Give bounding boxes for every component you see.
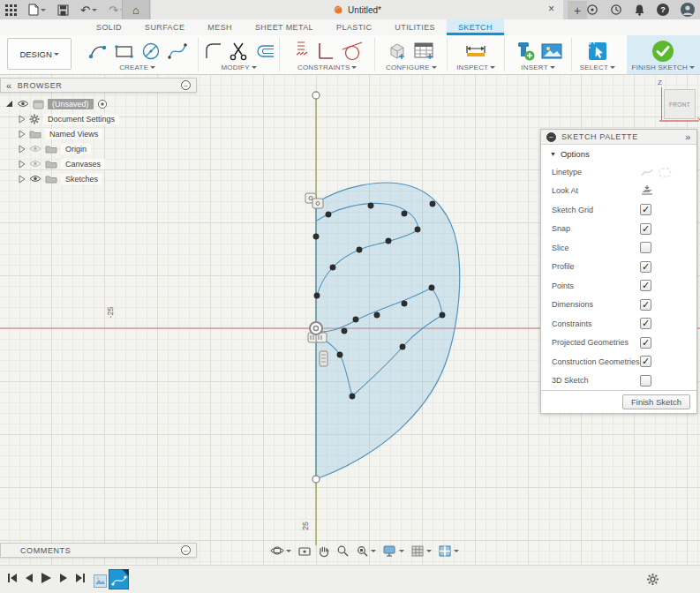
sketch-point[interactable]	[350, 394, 355, 399]
close-document-icon[interactable]: ×	[548, 3, 554, 15]
offset-tool-icon[interactable]	[252, 41, 275, 62]
look-at-icon[interactable]	[640, 184, 654, 197]
inspect-menu[interactable]: INSPECT	[456, 64, 495, 72]
rectangle-tool-icon[interactable]	[113, 40, 136, 63]
linetype-spline-icon[interactable]	[640, 166, 654, 178]
select-tool-icon[interactable]	[586, 40, 609, 63]
sketch-point[interactable]	[314, 293, 320, 298]
sketch-point[interactable]	[312, 476, 320, 483]
tree-item-origin[interactable]: Origin	[5, 141, 197, 156]
sketch-point[interactable]	[326, 212, 331, 217]
palette-menu-icon[interactable]: –	[546, 132, 556, 142]
slice-checkbox[interactable]	[640, 242, 651, 253]
orbit-icon[interactable]	[270, 544, 291, 558]
eye-icon[interactable]	[17, 100, 29, 108]
origin-marker[interactable]	[310, 322, 322, 334]
tab-sheetmetal[interactable]: SHEET METAL	[244, 19, 325, 35]
line-tool-icon[interactable]	[87, 40, 109, 63]
user-avatar[interactable]	[681, 3, 695, 17]
app-grid-icon[interactable]	[4, 0, 19, 19]
sketch-point[interactable]	[313, 234, 319, 239]
disclosure-icon[interactable]	[18, 115, 26, 124]
sketch-point[interactable]	[402, 211, 407, 216]
timeline-go-start-icon[interactable]	[7, 573, 18, 583]
viewcube-front-face[interactable]: FRONT	[664, 89, 696, 119]
sketch-point[interactable]	[374, 312, 380, 318]
help-icon[interactable]: ?	[657, 4, 669, 16]
tab-utilities[interactable]: UTILITIES	[383, 19, 447, 35]
insert-menu[interactable]: INSERT	[521, 64, 554, 72]
dimensions-checkbox[interactable]: ✓	[640, 299, 651, 311]
sketch-point[interactable]	[337, 352, 342, 357]
insert-image-icon[interactable]	[540, 41, 563, 61]
tab-sketch[interactable]: SKETCH	[447, 19, 504, 35]
tree-item-label[interactable]: Named Views	[45, 129, 102, 139]
disclosure-icon[interactable]	[18, 145, 26, 154]
measure-tool-icon[interactable]	[463, 41, 488, 62]
expand-icon[interactable]	[5, 100, 13, 108]
sketch-point[interactable]	[312, 92, 320, 99]
sketch-point[interactable]	[429, 285, 434, 290]
tree-item-label[interactable]: Sketches	[61, 174, 102, 184]
timeline-canvas-feature[interactable]	[94, 574, 107, 588]
display-settings-icon[interactable]	[382, 544, 404, 558]
new-tab-button[interactable]: +	[568, 1, 587, 19]
sketch-grid-checkbox[interactable]: ✓	[640, 204, 651, 215]
sketch-profile[interactable]	[316, 183, 460, 479]
timeline-go-end-icon[interactable]	[75, 573, 86, 583]
view-cube[interactable]: FRONT Z X	[647, 80, 700, 126]
viewports-icon[interactable]	[438, 544, 459, 558]
sketch-point[interactable]	[400, 344, 405, 349]
snap-checkbox[interactable]: ✓	[640, 223, 651, 235]
ground-toggle-icon[interactable]	[97, 99, 108, 109]
sketch-point[interactable]	[402, 301, 407, 306]
workspace-selector[interactable]: DESIGN	[7, 38, 72, 70]
extensions-icon[interactable]	[586, 4, 598, 16]
tab-surface[interactable]: SURFACE	[133, 19, 196, 35]
file-menu-icon[interactable]	[26, 0, 48, 19]
look-at-view-icon[interactable]	[297, 544, 312, 557]
points-checkbox[interactable]: ✓	[640, 280, 651, 291]
undo-icon[interactable]: ↶	[79, 0, 99, 19]
sketch-point[interactable]	[440, 312, 445, 318]
comments-close-icon[interactable]: –	[181, 545, 191, 555]
disclosure-icon[interactable]	[18, 160, 26, 169]
tree-item-label[interactable]: Document Settings	[43, 114, 119, 124]
profile-checkbox[interactable]: ✓	[640, 261, 651, 273]
home-view-tab[interactable]: ⌂	[122, 0, 150, 19]
grid-settings-icon[interactable]	[410, 544, 432, 558]
job-status-icon[interactable]	[610, 4, 622, 16]
finish-sketch-check-icon[interactable]	[651, 39, 675, 64]
finish-sketch-menu[interactable]: FINISH SKETCH	[632, 64, 696, 72]
projected-geometries-checkbox[interactable]: ✓	[640, 337, 651, 349]
browser-collapse-icon[interactable]: «	[6, 80, 12, 91]
sketch-point[interactable]	[386, 238, 391, 244]
save-icon[interactable]	[56, 0, 71, 19]
tree-item-sketches[interactable]: Sketches	[5, 171, 197, 186]
notifications-bell-icon[interactable]	[634, 4, 645, 16]
zoom-icon[interactable]	[336, 544, 350, 558]
sketch-point[interactable]	[353, 317, 358, 322]
disclosure-icon[interactable]	[18, 130, 26, 139]
constraints-menu[interactable]: CONSTRAINTS	[297, 64, 358, 72]
tree-item-label[interactable]: Canvases	[61, 159, 105, 169]
select-menu[interactable]: SELECT	[580, 64, 615, 72]
timeline-step-forward-icon[interactable]	[59, 573, 68, 583]
tree-item-label[interactable]: Origin	[61, 144, 91, 154]
constraint-glyphs-top[interactable]	[305, 193, 323, 208]
hatch-constraint-icon[interactable]	[291, 40, 311, 63]
sketch-point[interactable]	[357, 247, 362, 252]
constraints-checkbox[interactable]: ✓	[640, 318, 651, 329]
zoom-window-icon[interactable]	[356, 544, 376, 558]
configure-menu[interactable]: CONFIGURE	[386, 64, 437, 72]
perpendicular-constraint-icon[interactable]	[314, 40, 335, 63]
timeline-sketch-feature[interactable]	[109, 569, 129, 589]
eye-icon[interactable]	[29, 160, 41, 168]
timeline-step-back-icon[interactable]	[25, 573, 34, 583]
browser-root-row[interactable]: (Unsaved)	[5, 96, 197, 111]
tab-mesh[interactable]: MESH	[196, 19, 244, 35]
tree-item-canvases[interactable]: Canvases	[5, 156, 197, 171]
palette-dock-icon[interactable]: »	[685, 131, 691, 142]
circle-tool-icon[interactable]	[139, 40, 162, 63]
sketch-point[interactable]	[415, 227, 420, 232]
